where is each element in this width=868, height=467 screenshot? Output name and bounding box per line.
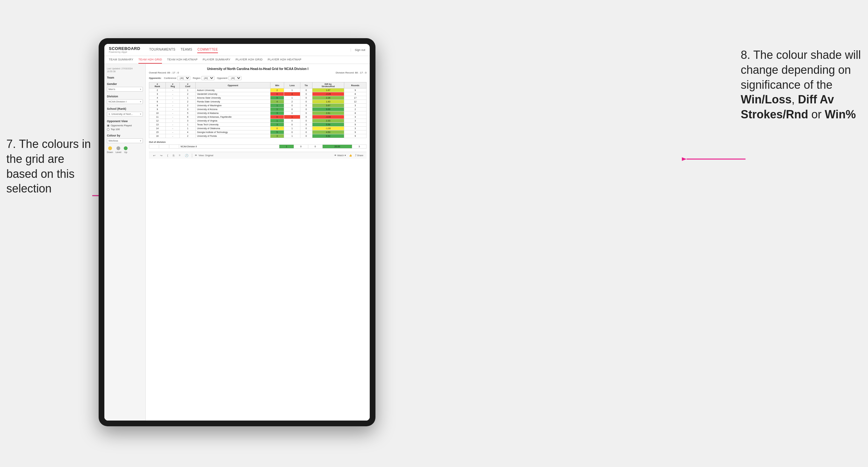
cell-opponent: University of Arizona xyxy=(196,107,271,111)
cell-tie: 0 xyxy=(300,100,312,104)
cell-rank: 12 xyxy=(149,119,166,123)
opponent-view-label: Opponent View xyxy=(107,120,143,123)
cell-conf: 5 xyxy=(180,111,196,115)
cell-diff: 1.67 xyxy=(312,88,344,92)
division-select[interactable]: NCAA Division I ▾ xyxy=(107,99,143,104)
cell-tie: 0 xyxy=(300,119,312,123)
cell-rounds: 12 xyxy=(344,100,366,104)
radio-opponents-played[interactable]: Opponents Played xyxy=(107,124,143,127)
conference-filter-select[interactable]: (All) xyxy=(177,76,190,80)
sub-nav-team-h2h-heatmap[interactable]: TEAM H2H HEATMAP xyxy=(167,56,197,64)
cell-win: 0 xyxy=(270,127,284,130)
annotation-right-prefix: 8. The colour shade will change dependin… xyxy=(741,49,861,91)
cell-rounds: 8 xyxy=(344,111,366,115)
cell-rank: 15 xyxy=(149,130,166,134)
cell-conf: 1 xyxy=(180,127,196,130)
colour-legend: Down Level Up xyxy=(107,146,143,154)
cell-opponent: University of Washington xyxy=(196,104,271,107)
school-select[interactable]: 1. University of Nort... ▾ xyxy=(107,112,143,117)
cell-rounds: 3 xyxy=(344,115,366,119)
sub-nav-team-h2h-grid[interactable]: TEAM H2H GRID xyxy=(138,56,162,64)
cell-tie: 0 xyxy=(300,96,312,100)
cell-conf: 3 xyxy=(180,107,196,111)
cell-diff: 2.61 xyxy=(312,111,344,115)
cell-tie: 0 xyxy=(300,127,312,130)
colour-by-select[interactable]: Win/loss ▾ xyxy=(107,138,143,143)
gender-select[interactable]: Men's ▾ xyxy=(107,87,143,92)
cell-tie: 0 xyxy=(300,123,312,127)
cell-reg: - xyxy=(166,123,180,127)
cell-win: 2 xyxy=(270,88,284,92)
annotation-bold-winpct: Win% xyxy=(825,108,856,121)
paste-button[interactable]: ⌗ xyxy=(178,153,181,157)
cell-opponent: Texas Tech University xyxy=(196,123,271,127)
sub-nav-player-h2h-grid[interactable]: PLAYER H2H GRID xyxy=(236,56,262,64)
grid-title: University of North Carolina Head-to-Hea… xyxy=(149,67,367,71)
grid-area: University of North Carolina Head-to-Hea… xyxy=(146,64,370,421)
sub-nav: TEAM SUMMARY TEAM H2H GRID TEAM H2H HEAT… xyxy=(104,56,370,64)
nav-teams[interactable]: TEAMS xyxy=(180,46,192,53)
watch-button[interactable]: 👁 Watch ▾ xyxy=(334,154,346,157)
cell-win: 0 xyxy=(270,115,284,119)
cell-tie: 0 xyxy=(300,111,312,115)
cell-reg: - xyxy=(166,100,180,104)
cell-opponent: University of Alabama xyxy=(196,111,271,115)
thumbs-button[interactable]: 👍 xyxy=(349,154,352,157)
opponent-view-section: Opponent View Opponents Played Top 100 xyxy=(107,120,143,131)
cell-diff: 2.28 xyxy=(312,96,344,100)
table-row: 15 - 4 Georgia Institute of Technology 5… xyxy=(149,130,367,134)
cell-win: 0 xyxy=(270,92,284,96)
cell-opponent: University of Arkansas, Fayetteville xyxy=(196,115,271,119)
cell-conf: 6 xyxy=(180,115,196,119)
sub-nav-team-summary[interactable]: TEAM SUMMARY xyxy=(109,56,133,64)
sub-nav-player-summary[interactable]: PLAYER SUMMARY xyxy=(203,56,230,64)
cell-rank: 4 xyxy=(149,96,166,100)
annotation-right: 8. The colour shade will change dependin… xyxy=(741,48,862,122)
opponent-filter: Opponent (All) xyxy=(217,76,242,80)
back-button[interactable]: ⟨ xyxy=(166,154,169,157)
last-updated: Last Updated: 27/03/2024 16:55:38 xyxy=(107,67,143,73)
nav-tournaments[interactable]: TOURNAMENTS xyxy=(149,46,176,53)
sub-nav-player-h2h-heatmap[interactable]: PLAYER H2H HEATMAP xyxy=(268,56,301,64)
region-filter-select[interactable]: (All) xyxy=(202,76,214,80)
cell-tie: 0 xyxy=(300,115,312,119)
division-section: Division NCAA Division I ▾ xyxy=(107,95,143,104)
annotation-left: 7. The colours in the grid are based on … xyxy=(6,137,95,196)
sign-out-button[interactable]: Sign out xyxy=(351,49,365,52)
annotation-right-sep2: or xyxy=(808,108,825,121)
cell-conf: 1 xyxy=(180,96,196,100)
redo-button[interactable]: ↪ xyxy=(159,154,163,157)
view-label: View: Original xyxy=(198,154,213,157)
col-rounds: Rounds xyxy=(344,83,366,88)
division-chevron-icon: ▾ xyxy=(140,100,141,103)
cell-loss: 0 xyxy=(284,123,300,127)
annotation-bold-win-loss: Win/Loss xyxy=(741,93,792,106)
cell-reg: - xyxy=(166,127,180,130)
cell-loss: 0 xyxy=(284,107,300,111)
table-row: 4 - 1 Arizona State University 5 1 0 2.2… xyxy=(149,96,367,100)
col-reg: #Reg xyxy=(166,83,180,88)
table-row: 11 - 6 University of Arkansas, Fayettevi… xyxy=(149,115,367,119)
cell-tie: 0 xyxy=(300,134,312,138)
nav-committee[interactable]: COMMITTEE xyxy=(197,46,218,53)
app-logo-sub: Powered by clippd xyxy=(109,51,140,53)
out-of-division-section: Out of division NCAA Division II 1 0 0 xyxy=(149,141,367,149)
cell-loss: 1 xyxy=(284,96,300,100)
table-row: 6 - 2 Florida State University 4 2 0 1.8… xyxy=(149,100,367,104)
cell-diff: 3.67 xyxy=(312,104,344,107)
opponent-filter-select[interactable]: (All) xyxy=(228,76,242,80)
share-button[interactable]: ⤴ Share xyxy=(355,154,363,157)
division-record: Division Record: 88 - 17 - 0 xyxy=(336,71,367,74)
clock-button[interactable]: 🕐 xyxy=(184,154,189,157)
col-loss: Loss xyxy=(284,83,300,88)
cell-tie: 0 xyxy=(300,130,312,134)
cell-conf: 2 xyxy=(180,100,196,104)
ood-name: NCAA Division II xyxy=(179,145,279,149)
radio-top-100[interactable]: Top 100 xyxy=(107,128,143,131)
undo-button[interactable]: ↩ xyxy=(152,154,157,157)
copy-button[interactable]: ⎘ xyxy=(172,154,175,157)
radio-top-100-circle xyxy=(107,128,110,131)
col-win: Win xyxy=(270,83,284,88)
school-label: School (Rank) xyxy=(107,107,143,111)
cell-reg: - xyxy=(166,96,180,100)
